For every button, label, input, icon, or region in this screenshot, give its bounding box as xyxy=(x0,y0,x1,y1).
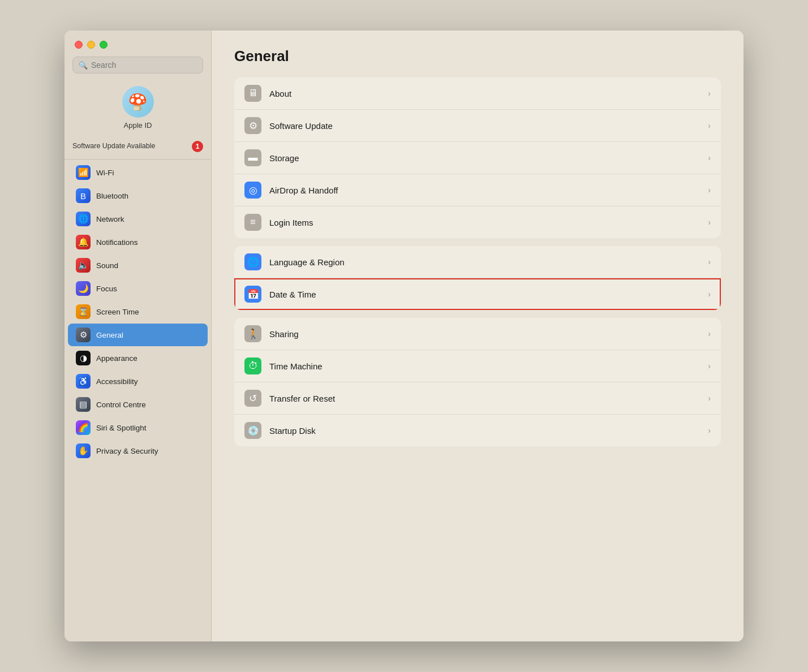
settings-group-group3: 🚶Sharing›⏱Time Machine›↺Transfer or Rese… xyxy=(234,318,721,446)
sidebar-item-label: Siri & Spotlight xyxy=(96,424,147,432)
sidebar-item-general[interactable]: ⚙General xyxy=(68,324,208,346)
notifications-icon: 🔔 xyxy=(76,235,91,249)
settings-group-group1: 🖥About›⚙Software Update›▬Storage›◎AirDro… xyxy=(234,77,721,238)
control-centre-icon: ▤ xyxy=(76,397,91,412)
sidebar-item-label: Appearance xyxy=(96,354,137,363)
search-bar[interactable]: 🔍 xyxy=(72,57,203,74)
sidebar-item-siri-spotlight[interactable]: 🌈Siri & Spotlight xyxy=(68,416,208,439)
sidebar-item-network[interactable]: 🌐Network xyxy=(68,208,208,230)
chevron-icon: › xyxy=(708,218,711,227)
sidebar-item-label: Sound xyxy=(96,261,118,270)
sharing-icon: 🚶 xyxy=(244,325,261,342)
chevron-icon: › xyxy=(708,257,711,266)
transfer-reset-icon: ↺ xyxy=(244,390,261,407)
sidebar-item-label: Network xyxy=(96,215,124,223)
search-icon: 🔍 xyxy=(79,61,88,70)
main-content: General 🖥About›⚙Software Update›▬Storage… xyxy=(212,31,743,641)
row-label-startup-disk: Startup Disk xyxy=(269,426,708,436)
software-update-text: Software Update Available xyxy=(72,141,155,152)
chevron-icon: › xyxy=(708,329,711,338)
row-label-sharing: Sharing xyxy=(269,329,708,339)
settings-row-airdrop-handoff[interactable]: ◎AirDrop & Handoff› xyxy=(234,174,721,206)
close-button[interactable] xyxy=(75,41,83,49)
date-time-icon: 📅 xyxy=(244,286,261,303)
maximize-button[interactable] xyxy=(100,41,108,49)
sidebar-item-accessibility[interactable]: ♿Accessibility xyxy=(68,370,208,393)
chevron-icon: › xyxy=(708,121,711,130)
chevron-icon: › xyxy=(708,290,711,299)
about-icon: 🖥 xyxy=(244,85,261,102)
sidebar-divider xyxy=(65,159,211,160)
avatar: 🍄 xyxy=(122,86,154,118)
sidebar-item-control-centre[interactable]: ▤Control Centre xyxy=(68,393,208,416)
settings-row-time-machine[interactable]: ⏱Time Machine› xyxy=(234,350,721,382)
sidebar: 🔍 🍄 Apple ID Software Update Available 1… xyxy=(65,31,212,641)
apple-id-label: Apple ID xyxy=(124,121,152,130)
accessibility-icon: ♿ xyxy=(76,374,91,389)
time-machine-icon: ⏱ xyxy=(244,357,261,374)
settings-group-group2: 🌐Language & Region›📅Date & Time› xyxy=(234,246,721,310)
settings-row-sharing[interactable]: 🚶Sharing› xyxy=(234,318,721,350)
screen-time-icon: ⌛ xyxy=(76,304,91,319)
chevron-icon: › xyxy=(708,426,711,435)
update-badge: 1 xyxy=(192,141,203,152)
sidebar-item-label: Bluetooth xyxy=(96,192,128,200)
startup-disk-icon: 💿 xyxy=(244,422,261,439)
wifi-icon: 📶 xyxy=(76,165,91,180)
minimize-button[interactable] xyxy=(87,41,95,49)
sidebar-item-label: Privacy & Security xyxy=(96,447,158,455)
privacy-security-icon: ✋ xyxy=(76,443,91,458)
sidebar-item-label: General xyxy=(96,331,123,339)
sidebar-items: 📶Wi-FiBBluetooth🌐Network🔔Notifications🔈S… xyxy=(65,161,211,463)
sidebar-item-notifications[interactable]: 🔔Notifications xyxy=(68,231,208,253)
settings-groups: 🖥About›⚙Software Update›▬Storage›◎AirDro… xyxy=(234,77,721,446)
sidebar-item-label: Focus xyxy=(96,285,117,293)
avatar-emoji: 🍄 xyxy=(128,93,148,111)
settings-row-language-region[interactable]: 🌐Language & Region› xyxy=(234,246,721,278)
sidebar-item-bluetooth[interactable]: BBluetooth xyxy=(68,184,208,207)
chevron-icon: › xyxy=(708,394,711,403)
login-items-icon: ≡ xyxy=(244,214,261,231)
sidebar-item-label: Screen Time xyxy=(96,308,139,316)
sidebar-item-sound[interactable]: 🔈Sound xyxy=(68,254,208,277)
system-settings-window: 🔍 🍄 Apple ID Software Update Available 1… xyxy=(65,31,743,641)
settings-row-date-time[interactable]: 📅Date & Time› xyxy=(234,278,721,310)
chevron-icon: › xyxy=(708,89,711,98)
bluetooth-icon: B xyxy=(76,188,91,203)
focus-icon: 🌙 xyxy=(76,281,91,296)
sidebar-item-focus[interactable]: 🌙Focus xyxy=(68,277,208,300)
network-icon: 🌐 xyxy=(76,212,91,226)
sidebar-item-appearance[interactable]: ◑Appearance xyxy=(68,347,208,369)
sidebar-item-screen-time[interactable]: ⌛Screen Time xyxy=(68,300,208,323)
chevron-icon: › xyxy=(708,153,711,162)
siri-spotlight-icon: 🌈 xyxy=(76,420,91,435)
row-label-login-items: Login Items xyxy=(269,218,708,227)
row-label-date-time: Date & Time xyxy=(269,290,708,299)
sidebar-item-label: Notifications xyxy=(96,238,138,247)
sidebar-item-privacy-security[interactable]: ✋Privacy & Security xyxy=(68,440,208,462)
language-region-icon: 🌐 xyxy=(244,253,261,270)
settings-row-about[interactable]: 🖥About› xyxy=(234,77,721,110)
row-label-storage: Storage xyxy=(269,153,708,163)
software-update-icon: ⚙ xyxy=(244,117,261,134)
sound-icon: 🔈 xyxy=(76,258,91,273)
sidebar-item-wifi[interactable]: 📶Wi-Fi xyxy=(68,161,208,184)
search-input[interactable] xyxy=(91,61,197,70)
row-label-about: About xyxy=(269,89,708,98)
row-label-time-machine: Time Machine xyxy=(269,361,708,371)
settings-row-software-update[interactable]: ⚙Software Update› xyxy=(234,110,721,142)
storage-icon: ▬ xyxy=(244,149,261,166)
row-label-transfer-reset: Transfer or Reset xyxy=(269,394,708,403)
sidebar-item-label: Accessibility xyxy=(96,377,138,386)
sidebar-item-label: Control Centre xyxy=(96,400,146,409)
settings-row-startup-disk[interactable]: 💿Startup Disk› xyxy=(234,415,721,446)
settings-row-transfer-reset[interactable]: ↺Transfer or Reset› xyxy=(234,382,721,415)
software-update-banner[interactable]: Software Update Available 1 xyxy=(65,137,211,158)
row-label-language-region: Language & Region xyxy=(269,257,708,267)
settings-row-login-items[interactable]: ≡Login Items› xyxy=(234,206,721,238)
chevron-icon: › xyxy=(708,186,711,195)
apple-id-section[interactable]: 🍄 Apple ID xyxy=(65,80,211,137)
page-title: General xyxy=(234,48,721,65)
settings-row-storage[interactable]: ▬Storage› xyxy=(234,142,721,174)
appearance-icon: ◑ xyxy=(76,351,91,365)
